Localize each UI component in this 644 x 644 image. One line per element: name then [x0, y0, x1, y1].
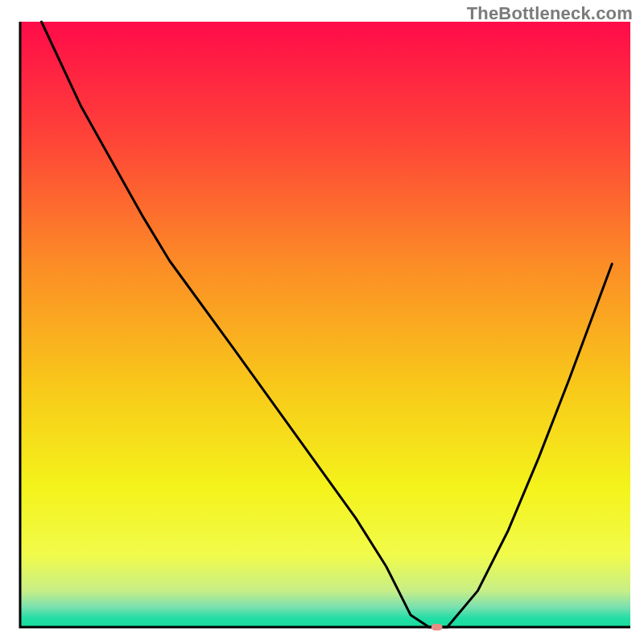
bottleneck-chart: TheBottleneck.com: [0, 0, 644, 644]
optimal-point: [431, 624, 443, 630]
watermark-text: TheBottleneck.com: [467, 3, 633, 24]
chart-svg: [0, 0, 644, 644]
gradient-background: [20, 22, 630, 627]
